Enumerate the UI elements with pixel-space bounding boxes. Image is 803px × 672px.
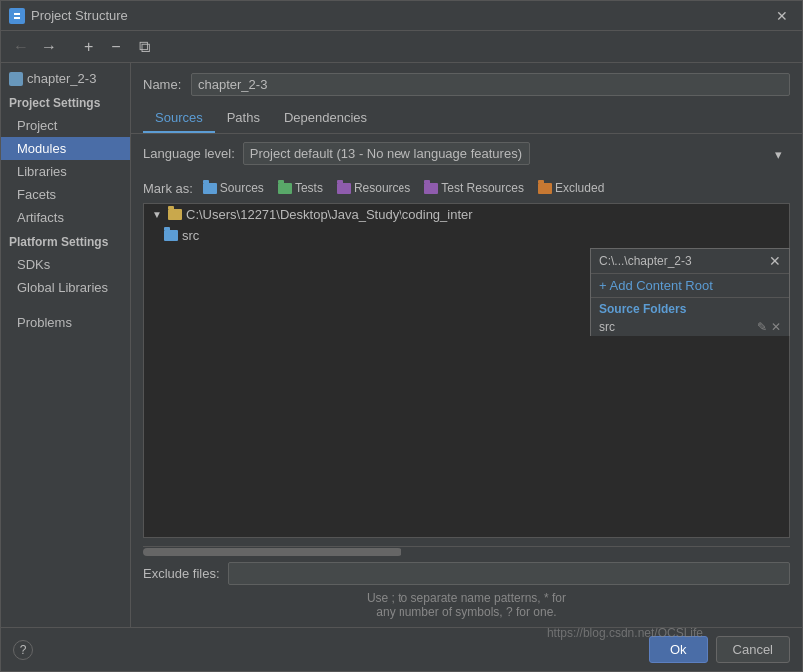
exclude-row: Exclude files: (131, 556, 802, 591)
sidebar-item-modules[interactable]: Modules (1, 137, 130, 160)
popup-source-item: src ✎ ✕ (591, 318, 789, 336)
mark-resources-label: Resources (354, 181, 410, 195)
popup-section-title: Source Folders (591, 298, 789, 318)
sidebar: chapter_2-3 Project Settings Project Mod… (1, 63, 131, 627)
sidebar-item-problems[interactable]: Problems (1, 311, 130, 334)
title-bar: Project Structure ✕ (1, 1, 802, 31)
exclude-label: Exclude files: (143, 566, 220, 581)
platform-settings-title: Platform Settings (1, 229, 130, 253)
name-row: Name: (131, 63, 802, 104)
copy-button[interactable]: ⧉ (132, 35, 157, 59)
mark-row: Mark as: Sources Tests Resources (131, 173, 802, 203)
sidebar-item-libraries[interactable]: Libraries (1, 160, 130, 183)
tab-paths[interactable]: Paths (215, 104, 272, 133)
mark-test-resources-label: Test Resources (441, 181, 524, 195)
popup-delete-button[interactable]: ✕ (771, 320, 781, 334)
tree-src-item[interactable]: src (144, 225, 789, 246)
test-resources-folder-icon (424, 183, 438, 194)
module-item[interactable]: chapter_2-3 (1, 67, 130, 90)
mark-excluded-button[interactable]: Excluded (534, 179, 608, 197)
close-button[interactable]: ✕ (770, 6, 794, 26)
root-path-text: C:\Users\12271\Desktop\Java_Study\coding… (186, 207, 473, 222)
tree-root-item[interactable]: ▼ C:\Users\12271\Desktop\Java_Study\codi… (144, 204, 789, 225)
help-button[interactable]: ? (13, 640, 33, 660)
svg-rect-0 (12, 11, 22, 21)
module-icon (9, 72, 23, 86)
scrollbar-thumb[interactable] (143, 548, 402, 556)
svg-rect-2 (14, 17, 20, 19)
add-button[interactable]: + (77, 35, 100, 59)
mark-sources-button[interactable]: Sources (199, 179, 268, 197)
mark-tests-label: Tests (295, 181, 323, 195)
add-content-root-button[interactable]: + Add Content Root (591, 274, 789, 298)
exclude-hint: Use ; to separate name patterns, * foran… (131, 591, 802, 627)
add-content-root-label: + Add Content Root (599, 278, 713, 293)
module-label: chapter_2-3 (27, 71, 96, 86)
mark-excluded-label: Excluded (555, 181, 604, 195)
sidebar-item-project[interactable]: Project (1, 114, 130, 137)
content-area: chapter_2-3 Project Settings Project Mod… (1, 63, 802, 627)
sidebar-item-facets[interactable]: Facets (1, 183, 130, 206)
button-row: Ok Cancel (649, 636, 790, 663)
remove-button[interactable]: − (104, 35, 127, 59)
popup-source-actions: ✎ ✕ (757, 320, 781, 334)
popup-close-button[interactable]: ✕ (769, 253, 781, 269)
name-input[interactable] (191, 73, 790, 96)
main-content: Name: Sources Paths Dependencies Languag… (131, 63, 802, 627)
forward-button[interactable]: → (37, 36, 61, 58)
resources-folder-icon (337, 183, 351, 194)
language-select-wrapper: Project default (13 - No new language fe… (243, 142, 790, 165)
root-folder-icon (168, 209, 182, 220)
exclude-input[interactable] (228, 562, 790, 585)
mark-resources-button[interactable]: Resources (333, 179, 414, 197)
mark-test-resources-button[interactable]: Test Resources (420, 179, 528, 197)
language-select[interactable]: Project default (13 - No new language fe… (243, 142, 530, 165)
tabs-row: Sources Paths Dependencies (131, 104, 802, 134)
language-row: Language level: Project default (13 - No… (131, 134, 802, 173)
mark-sources-label: Sources (220, 181, 264, 195)
main-area: Name: Sources Paths Dependencies Languag… (131, 63, 802, 627)
popup-path: C:\...\chapter_2-3 (599, 254, 692, 268)
tab-dependencies[interactable]: Dependencies (272, 104, 379, 133)
popup-panel: C:\...\chapter_2-3 ✕ + Add Content Root … (590, 248, 790, 336)
tests-folder-icon (278, 183, 292, 194)
watermark: https://blog.csdn.net/OCSLife (547, 626, 703, 640)
svg-rect-1 (14, 13, 20, 15)
src-text: src (182, 228, 199, 243)
popup-edit-button[interactable]: ✎ (757, 320, 767, 334)
mark-tests-button[interactable]: Tests (274, 179, 327, 197)
toolbar: ← → + − ⧉ (1, 31, 802, 63)
sidebar-item-artifacts[interactable]: Artifacts (1, 206, 130, 229)
sources-folder-icon (203, 183, 217, 194)
popup-title: C:\...\chapter_2-3 ✕ (591, 249, 789, 274)
project-settings-title: Project Settings (1, 90, 130, 114)
language-label: Language level: (143, 146, 235, 161)
window-title: Project Structure (31, 8, 770, 23)
ok-button[interactable]: Ok (649, 636, 708, 663)
main-window: Project Structure ✕ ← → + − ⧉ chapter_2-… (0, 0, 803, 672)
src-folder-icon (164, 230, 178, 241)
tree-expand-arrow[interactable]: ▼ (152, 209, 164, 220)
name-label: Name: (143, 77, 183, 92)
sidebar-item-sdks[interactable]: SDKs (1, 253, 130, 276)
excluded-folder-icon (538, 183, 552, 194)
sidebar-item-global-libraries[interactable]: Global Libraries (1, 276, 130, 299)
horizontal-scrollbar[interactable] (143, 546, 790, 556)
mark-label: Mark as: (143, 181, 193, 196)
cancel-button[interactable]: Cancel (716, 636, 790, 663)
tab-sources[interactable]: Sources (143, 104, 215, 133)
back-button[interactable]: ← (9, 36, 33, 58)
popup-source-text: src (599, 320, 615, 334)
app-icon (9, 8, 25, 24)
